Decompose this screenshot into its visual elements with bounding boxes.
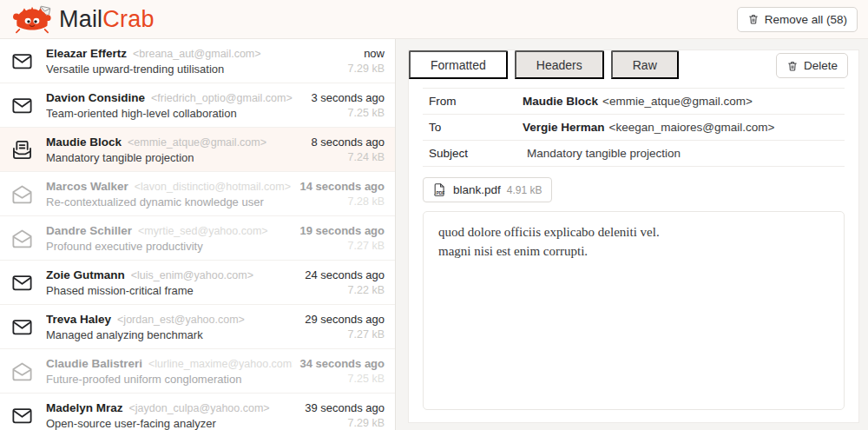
email-detail-area: Formatted Headers Raw Delete From Maudie… <box>396 39 868 430</box>
email-size: 7.25 kB <box>311 107 385 119</box>
email-size: 7.27 kB <box>305 328 385 341</box>
sender-name: Maudie Block <box>46 136 122 149</box>
email-time: 24 seconds ago <box>305 268 385 281</box>
sender-name: Dandre Schiller <box>46 224 132 237</box>
title-crab: Crab <box>102 6 154 32</box>
envelope-closed-icon <box>10 315 34 339</box>
email-list-item[interactable]: Eleazar Effertz<breana_aut@gmail.com> Ve… <box>0 39 395 83</box>
sender-address: <lavon_distinctio@hotmail.com> <box>135 181 291 193</box>
envelope-closed-icon <box>10 404 34 427</box>
email-subject: Versatile upward-trending utilisation <box>46 63 341 76</box>
remove-all-label: Remove all (58) <box>765 13 847 26</box>
email-time: 14 seconds ago <box>299 180 385 193</box>
meta-label: Subject <box>429 147 523 160</box>
email-subject: Phased mission-critical frame <box>46 284 298 297</box>
tab-raw[interactable]: Raw <box>611 50 679 79</box>
email-subject: Re-contextualized dynamic knowledge user <box>46 195 293 208</box>
sender-address: <breana_aut@gmail.com> <box>133 48 261 60</box>
email-size: 7.28 kB <box>299 195 385 208</box>
pdf-file-icon: PDF <box>432 182 447 197</box>
email-list-item[interactable]: Zoie Gutmann<luis_enim@yahoo.com> Phased… <box>0 261 395 305</box>
sender-name: Davion Considine <box>46 91 145 104</box>
email-size: 7.27 kB <box>299 240 385 252</box>
sender-address: <friedrich_optio@gmail.com> <box>151 92 293 104</box>
email-list-item[interactable]: Maudie Block<emmie_atque@gmail.com> Mand… <box>0 128 395 172</box>
crab-logo <box>12 5 52 35</box>
delete-button[interactable]: Delete <box>776 53 848 78</box>
sender-address: <jaydon_culpa@yahoo.com> <box>129 402 270 414</box>
email-subject: Team-oriented high-level collaboration <box>46 107 304 120</box>
sender-address: <lurline_maxime@yahoo.com> <box>148 358 293 370</box>
main-layout: Eleazar Effertz<breana_aut@gmail.com> Ve… <box>0 39 868 430</box>
trash-icon <box>747 13 760 25</box>
trash-icon <box>786 60 799 72</box>
envelope-open-icon <box>10 360 34 383</box>
email-subject: Managed analyzing benchmark <box>46 328 298 341</box>
attachment-filename: blank.pdf <box>453 183 501 196</box>
attachment-size: 4.91 kB <box>507 184 542 196</box>
email-time: 29 seconds ago <box>305 313 385 326</box>
email-size: 7.22 kB <box>305 284 385 296</box>
remove-all-button[interactable]: Remove all (58) <box>737 7 858 32</box>
email-list-item[interactable]: Marcos Walker<lavon_distinctio@hotmail.c… <box>0 172 395 216</box>
sender-name: Zoie Gutmann <box>46 268 125 281</box>
svg-text:PDF: PDF <box>436 191 444 195</box>
email-list-item[interactable]: Dandre Schiller<myrtie_sed@yahoo.com> Pr… <box>0 216 395 261</box>
email-size: 7.29 kB <box>348 63 385 75</box>
meta-value-name: Vergie Herman <box>523 121 605 134</box>
envelope-closed-icon <box>10 94 34 117</box>
envelope-closed-icon <box>10 271 34 294</box>
envelope-open-icon <box>10 182 34 206</box>
email-size: 7.24 kB <box>311 151 385 163</box>
message-meta: From Maudie Block<emmie_atque@gmail.com>… <box>423 88 845 167</box>
meta-row: From Maudie Block<emmie_atque@gmail.com> <box>423 89 845 115</box>
meta-value-address: <emmie_atque@gmail.com> <box>602 95 753 108</box>
body-line: magni nisi est enim corrupti. <box>438 242 829 261</box>
sender-address: <luis_enim@yahoo.com> <box>131 269 253 281</box>
meta-label: To <box>429 121 523 134</box>
meta-row: Subject Mandatory tangible projection <box>423 141 845 167</box>
email-size: 7.29 kB <box>305 417 385 429</box>
email-detail-card: Formatted Headers Raw Delete From Maudie… <box>408 50 859 423</box>
meta-value-address: Mandatory tangible projection <box>527 147 681 160</box>
email-time: 8 seconds ago <box>311 136 385 149</box>
meta-value-name: Maudie Block <box>523 95 598 108</box>
meta-row: To Vergie Herman<keegan_maiores@gmail.co… <box>423 115 845 141</box>
tab-headers[interactable]: Headers <box>515 50 604 79</box>
delete-button-label: Delete <box>804 59 838 72</box>
tab-formatted[interactable]: Formatted <box>409 50 508 79</box>
sender-name: Claudie Balistreri <box>46 357 142 370</box>
meta-value-address: <keegan_maiores@gmail.com> <box>609 121 775 134</box>
email-time: 34 seconds ago <box>299 357 385 370</box>
sender-address: <myrtie_sed@yahoo.com> <box>138 225 268 237</box>
meta-label: From <box>429 95 523 108</box>
email-list-item[interactable]: Madelyn Mraz<jaydon_culpa@yahoo.com> Ope… <box>0 394 395 430</box>
detail-tabbar: Formatted Headers Raw Delete <box>409 50 858 79</box>
email-list-item[interactable]: Treva Haley<jordan_est@yahoo.com> Manage… <box>0 305 395 349</box>
sender-name: Eleazar Effertz <box>46 47 127 60</box>
email-list-item[interactable]: Claudie Balistreri<lurline_maxime@yahoo.… <box>0 349 395 394</box>
sender-address: <jordan_est@yahoo.com> <box>117 314 245 326</box>
sender-address: <emmie_atque@gmail.com> <box>128 136 266 149</box>
email-subject: Mandatory tangible projection <box>46 151 304 164</box>
attachment-chip[interactable]: PDF blank.pdf 4.91 kB <box>423 177 552 202</box>
email-list-item[interactable]: Davion Considine<friedrich_optio@gmail.c… <box>0 83 395 128</box>
email-time: now <box>348 47 385 60</box>
sender-name: Madelyn Mraz <box>46 401 123 414</box>
email-time: 39 seconds ago <box>305 401 385 414</box>
envelope-open-text-icon <box>10 138 34 162</box>
email-size: 7.25 kB <box>299 373 385 385</box>
email-time: 3 seconds ago <box>311 91 385 104</box>
envelope-closed-icon <box>10 50 34 73</box>
email-subject: Future-proofed uniform conglomeration <box>46 373 293 386</box>
title-mail: Mail <box>59 6 102 32</box>
sender-name: Marcos Walker <box>46 180 128 193</box>
email-body: quod dolore officiis explicabo deleniti … <box>423 211 845 410</box>
email-subject: Profound executive productivity <box>46 240 293 253</box>
email-subject: Open-source user-facing analyzer <box>46 417 298 430</box>
app-header: MailCrab Remove all (58) <box>0 0 868 39</box>
page-title: MailCrab <box>59 6 155 33</box>
body-line: quod dolore officiis explicabo deleniti … <box>438 223 829 242</box>
sender-name: Treva Haley <box>46 313 111 326</box>
envelope-open-icon <box>10 227 34 250</box>
